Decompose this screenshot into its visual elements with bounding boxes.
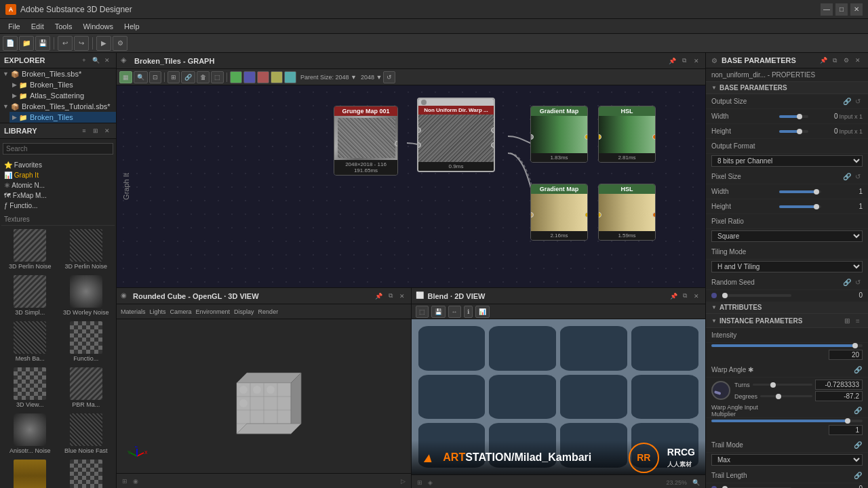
degrees-slider[interactable] [760,395,812,397]
view3d-close-icon[interactable]: ✕ [397,291,407,301]
random-seed-slider[interactable] [722,294,791,297]
window-controls[interactable]: — □ ✕ [821,3,863,16]
render-btn[interactable]: ▶ [96,36,111,51]
library-item-favorites[interactable]: ⭐ Favorites [1,160,115,170]
pixel-height-thumb[interactable] [814,204,819,209]
view2d-grid-icon[interactable]: ⊞ [417,479,422,486]
menu-edit[interactable]: Edit [26,21,50,32]
attributes-section-header[interactable]: ▼ ATTRIBUTES [706,302,868,314]
explorer-close-icon[interactable]: ✕ [102,56,112,65]
trail-mode-select[interactable]: Max [711,454,863,466]
graph-btn-color5[interactable] [284,71,296,83]
view2d-zoom-icon[interactable]: 🔍 [692,479,700,486]
tab-render[interactable]: Render [258,308,279,315]
trail-length-thumb[interactable] [722,486,728,489]
menu-tools[interactable]: Tools [50,21,78,32]
lib-tile-blue-noise[interactable]: Blue Noise Fast [59,411,114,456]
node-port-hsl1-out[interactable] [652,134,656,140]
lib-tile-3d-worley[interactable]: 3D Worley Noise [59,273,114,318]
turns-thumb[interactable] [770,382,776,388]
graph-btn-color1[interactable] [230,71,242,83]
view2d-btn3[interactable]: ↔ [448,306,461,318]
output-format-select[interactable]: 8 bits per Channel [711,155,863,167]
base-parameters-section-header[interactable]: ▼ BASE PARAMETERS [706,82,868,94]
props-window-icon[interactable]: ⧉ [830,56,840,65]
redo-btn[interactable]: ↪ [74,36,89,51]
tab-materials[interactable]: Materials [121,308,146,315]
view3d-window-icon[interactable]: ⧉ [386,291,395,301]
undo-btn[interactable]: ↩ [58,36,73,51]
view3d-pin-icon[interactable]: 📌 [374,291,384,301]
graph-btn-color4[interactable] [271,71,283,83]
lib-tile-functio[interactable]: Functio... [59,319,114,364]
view2d-camera-icon[interactable]: ◈ [428,479,433,486]
node-hsl1[interactable]: HSL 2.81ms [598,106,656,163]
graph-btn-snap[interactable]: ⊞ [167,71,180,83]
node-grunge[interactable]: Grunge Map 001 2048×2018 - 116191.65ms [334,106,398,176]
lib-tile-mdl[interactable]: mdl [59,458,114,488]
tab-lights[interactable]: Lights [150,308,166,315]
warp-multi-input[interactable] [829,425,863,435]
graph-btn-color2[interactable] [243,71,256,83]
graph-btn-link[interactable]: 🔗 [181,71,195,83]
width-slider-thumb[interactable] [797,114,802,119]
settings-btn[interactable]: ⚙ [113,36,127,51]
height-slider[interactable] [779,130,808,133]
node-port-warp-out2[interactable] [491,142,495,148]
view3d-mode-icon[interactable]: ⊞ [122,478,127,485]
link-icon[interactable]: 🔗 [842,97,852,106]
random-seed-link-icon[interactable]: 🔗 [842,278,852,287]
library-icon1[interactable]: ≡ [79,126,89,136]
explorer-item-broken-tiles-sbs[interactable]: ▼ 📦 Broken_Tiles.sbs* [0,68,116,79]
node-grad2[interactable]: Gradient Map 2.16ms [530,184,588,241]
pixel-reset-icon[interactable]: ↺ [853,172,863,182]
graph-btn-zoom[interactable]: 🔍 [134,71,148,83]
graph-btn-fit[interactable]: ⊡ [149,71,161,83]
view2d-btn1[interactable]: ⬚ [416,306,429,318]
pixel-width-thumb[interactable] [814,189,819,195]
reset-icon[interactable]: ↺ [853,97,863,106]
explorer-search-icon[interactable]: 🔍 [91,56,100,65]
intensity-input[interactable] [829,350,863,360]
instance-icon2[interactable]: ≡ [853,316,863,325]
explorer-item-broken-tiles-2[interactable]: ▶ 📁 Broken_Tiles [9,112,116,123]
node-port-grad2-out[interactable] [585,212,588,218]
close-button[interactable]: ✕ [850,3,863,16]
explorer-item-broken-tiles[interactable]: ▶ 📁 Broken_Tiles [9,79,116,90]
explorer-add-icon[interactable]: + [79,56,89,65]
warp-multi-thumb[interactable] [845,418,850,424]
lib-tile-aniso[interactable]: Anisotr... Noise [3,411,58,456]
graph-btn-refresh[interactable]: ↺ [383,71,395,83]
pixel-width-slider[interactable] [779,190,821,193]
degrees-input[interactable] [815,391,863,401]
library-item-fxmap[interactable]: 🗺 FxMap M... [1,190,115,201]
turns-slider[interactable] [753,384,812,386]
menu-help[interactable]: Help [119,21,145,32]
node-port-warp-in2[interactable] [417,142,421,148]
pixel-link-icon[interactable]: 🔗 [842,172,852,182]
pixel-ratio-select[interactable]: Square [711,230,863,242]
graph-pin-icon[interactable]: 📌 [667,56,677,66]
lib-tile-3d-perlin-noise2[interactable]: 3D Perlin Noise [59,227,114,272]
lib-tile-pbr[interactable]: PBR Ma... [59,365,114,410]
instance-icon1[interactable]: ⊞ [842,316,852,325]
graph-canvas[interactable]: Graph It Grunge Map [117,85,705,287]
degrees-thumb[interactable] [776,394,781,399]
warp-link-icon[interactable]: 🔗 [853,365,863,375]
graph-window-icon[interactable]: ⧉ [679,56,689,66]
graph-btn-delete[interactable]: 🗑 [197,71,210,83]
library-item-function[interactable]: ƒ Functio... [1,201,115,211]
library-close-icon[interactable]: ✕ [102,126,112,136]
warp-multi-slider[interactable] [711,420,863,422]
view3d-settings-icon[interactable]: ◉ [133,478,138,485]
warp-angle-dial[interactable] [711,381,730,400]
explorer-item-atlas[interactable]: ▶ 📁 Atlas_Scattering [9,90,116,101]
node-port-grad1-out[interactable] [585,134,588,140]
view2d-btn4[interactable]: ℹ [464,306,473,318]
lib-tile-3d-perlin-noise[interactable]: 3D Perlin Noise [3,227,58,272]
turns-input[interactable] [815,380,863,390]
lib-tile-3dview[interactable]: 3D View... [3,365,58,410]
graph-btn-color3[interactable] [257,71,269,83]
lib-tile-mesh-ba[interactable]: Mesh Ba... [3,319,58,364]
random-seed-thumb[interactable] [722,293,728,298]
